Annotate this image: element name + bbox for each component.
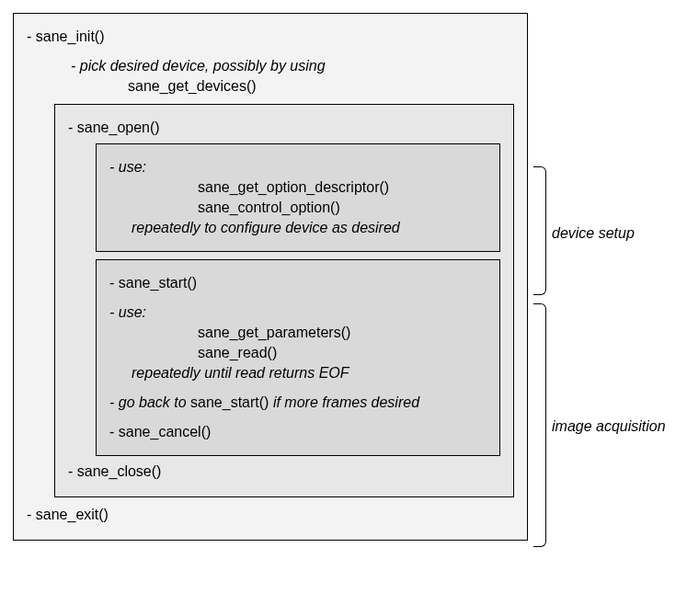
use-text-2: use: (119, 304, 146, 320)
use-text-1: use: (119, 159, 146, 175)
goback-post: if more frames desired (269, 394, 419, 410)
init-box: sane_init() - pick desired device, possi… (13, 13, 528, 541)
start-call: sane_start() (109, 275, 487, 291)
get-option-descriptor-call: sane_get_option_descriptor() (109, 179, 487, 196)
image-acquisition-box: sane_start() - use: sane_get_parameters(… (96, 259, 500, 456)
goback-note: - go back to sane_start() if more frames… (109, 394, 487, 411)
get-parameters-call: sane_get_parameters() (109, 325, 487, 341)
setup-repeat-note: repeatedly to configure device as desire… (109, 220, 487, 236)
pick-device-note: - pick desired device, possibly by using (27, 58, 514, 74)
open-box: sane_open() - use: sane_get_option_descr… (54, 104, 514, 497)
control-option-call: sane_control_option() (109, 200, 487, 216)
label-device-setup: device setup (552, 225, 635, 242)
cancel-call: sane_cancel() (109, 424, 487, 440)
pick-device-text: pick desired device, possibly by using (80, 58, 326, 74)
use-label-1: - use: (109, 159, 487, 176)
label-image-acquisition: image acquisition (552, 418, 666, 435)
device-setup-box: - use: sane_get_option_descriptor() sane… (96, 143, 500, 252)
goback-pre: go back to (119, 394, 190, 410)
read-call: sane_read() (109, 345, 487, 361)
get-devices-call: sane_get_devices() (27, 78, 514, 95)
goback-fn: sane_start() (190, 394, 269, 410)
use-label-2: - use: (109, 304, 487, 321)
bracket-acquisition (533, 303, 546, 547)
init-call: sane_init() (27, 29, 514, 45)
open-call: sane_open() (68, 120, 500, 136)
eof-note: repeatedly until read returns EOF (109, 365, 487, 382)
exit-call: sane_exit() (27, 507, 514, 523)
close-call: sane_close() (68, 463, 500, 480)
bracket-setup (533, 166, 546, 295)
